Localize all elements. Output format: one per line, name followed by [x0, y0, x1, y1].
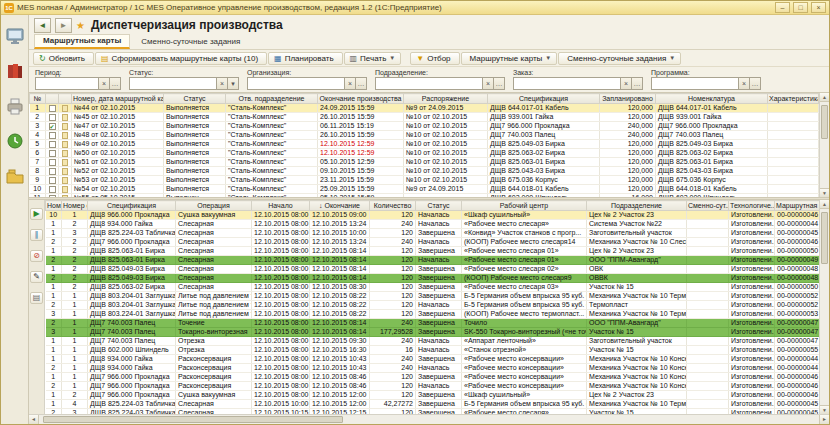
filter-input[interactable] — [35, 77, 99, 90]
start-operation-button[interactable]: ▶ — [30, 208, 43, 220]
operation-row[interactable]: 1 3 ДЩВ 825.224-03 Табличка Слесарная 12… — [46, 229, 830, 238]
close-button[interactable]: × — [811, 2, 826, 13]
operation-row[interactable]: 1 4 ДЩВ 825.224-03 Табличка Слесарная 12… — [46, 400, 830, 409]
row-checkbox[interactable] — [49, 150, 56, 157]
scrollbar-thumb[interactable] — [43, 416, 343, 423]
column-header[interactable]: Спецификация — [88, 201, 176, 211]
column-header[interactable] — [46, 94, 59, 104]
clear-icon[interactable]: × — [621, 77, 632, 90]
operation-row[interactable]: 1 1 ДЩ7 740.003 Палец Отрезка 12.10.2015… — [46, 337, 830, 346]
scroll-up-icon[interactable]: ▲ — [820, 200, 829, 209]
route-card-row[interactable]: 1 №44 от 02.10.2015 Выполняется "Сталь-К… — [30, 104, 819, 113]
column-header[interactable]: Распоряжение — [404, 94, 488, 104]
route-card-row[interactable]: 2 №45 от 02.10.2015 Выполняется "Сталь-К… — [30, 113, 819, 122]
column-header[interactable]: Номер оп... — [62, 201, 88, 211]
operation-row[interactable]: 2 1 ДЩ8 934.000 Гайка Расконсервация 12.… — [46, 364, 830, 373]
route-card-row[interactable]: 9 №53 от 02.10.2015 Выполняется "Сталь-К… — [30, 176, 819, 185]
operation-row[interactable]: 1 1 ДЩВ 803.204-01 Заглушка Литье под да… — [46, 292, 830, 301]
select-icon[interactable]: … — [110, 77, 121, 90]
operation-row[interactable]: 2 2 ДЩВ 825.063-01 Бирка Слесарная 12.10… — [46, 256, 830, 265]
operations-icon[interactable] — [4, 130, 26, 152]
column-header[interactable]: Операция — [176, 201, 252, 211]
column-header[interactable]: Рабочий центр — [462, 201, 587, 211]
scrollbar-thumb[interactable] — [821, 212, 828, 264]
route-card-row[interactable]: 5 №49 от 02.10.2015 Выполняется "Сталь-К… — [30, 140, 819, 149]
filter-input[interactable] — [651, 77, 739, 90]
operation-row[interactable]: 3 1 ДЩВ 803.224-01 Заглушка Литье под да… — [46, 310, 830, 319]
operation-row[interactable]: 10 1 ДЩ8 966.000 Прокладка Сушка вакуумн… — [46, 211, 830, 220]
clear-icon[interactable]: × — [483, 77, 494, 90]
operation-row[interactable]: 2 1 ДЩВ 803.204-01 Заглушка Литье под да… — [46, 301, 830, 310]
operation-row[interactable]: 1 1 ДЩ7 966.000 Прокладка Расконсервация… — [46, 373, 830, 382]
column-header[interactable]: Номер, дата маршрутной кар... — [72, 94, 164, 104]
filter-input[interactable] — [247, 77, 345, 90]
select-icon[interactable]: … — [632, 77, 643, 90]
column-header[interactable]: ↓ Окончание — [310, 201, 370, 211]
printer-icon[interactable] — [4, 95, 26, 117]
folder-icon[interactable] — [4, 165, 26, 187]
column-header[interactable]: Характеристика — [768, 94, 819, 104]
scroll-down-icon[interactable]: ▼ — [820, 405, 829, 414]
tab[interactable]: Сменно-суточные задания — [132, 35, 249, 49]
scroll-down-icon[interactable]: ▼ — [820, 188, 829, 197]
filter-input[interactable] — [375, 77, 483, 90]
stop-operation-button[interactable]: ⊘ — [30, 250, 43, 262]
workstation-icon[interactable] — [4, 25, 26, 47]
toolbar-button[interactable]: ▥ Печать ▼ — [344, 52, 402, 65]
row-checkbox[interactable] — [49, 186, 56, 193]
tab[interactable]: Маршрутные карты — [34, 34, 130, 49]
favorites-star-icon[interactable]: ★ — [76, 20, 85, 31]
row-checkbox[interactable] — [49, 177, 56, 184]
edit-operation-button[interactable]: ✎ — [30, 271, 43, 283]
documents-icon[interactable] — [4, 60, 26, 82]
select-icon[interactable]: ▾ — [228, 77, 239, 90]
column-header[interactable]: Статус — [416, 201, 462, 211]
scrollbar-thumb[interactable] — [821, 105, 828, 139]
select-icon[interactable]: … — [494, 77, 505, 90]
column-header[interactable]: Окончание производства — [318, 94, 404, 104]
toolbar-button[interactable]: ▼ Отбор — [410, 52, 459, 65]
clear-icon[interactable]: × — [739, 77, 750, 90]
operation-row[interactable]: 1 2 ДЩ7 966.000 Прокладка Сушка вакуумна… — [46, 391, 830, 400]
toolbar-button[interactable]: ▦ Планировать — [268, 52, 342, 65]
scroll-left-icon[interactable]: ◄ — [29, 415, 39, 424]
row-checkbox[interactable] — [49, 105, 56, 112]
operation-row[interactable]: 2 2 ДЩ7 966.000 Прокладка Слесарная 12.1… — [46, 238, 830, 247]
toolbar-button[interactable]: Маршрутные карты ▼ — [461, 52, 558, 65]
row-checkbox[interactable] — [49, 159, 56, 166]
operation-row[interactable]: 2 1 ДЩ7 740.003 Палец Точение 12.10.2015… — [46, 319, 830, 328]
column-header[interactable]: Технологиче... — [729, 201, 775, 211]
route-card-row[interactable]: 11 №55 от 05.10.2015 Выполнен "Сталь-Ком… — [30, 194, 819, 198]
toolbar-button[interactable]: ↻ Обновить — [33, 52, 94, 65]
route-card-row[interactable]: 10 №54 от 02.10.2015 Выполняется "Сталь-… — [30, 185, 819, 194]
operation-row[interactable]: 1 2 ДЩВ 825.049-03 Бирка Слесарная 12.10… — [46, 265, 830, 274]
filter-input[interactable] — [129, 77, 217, 90]
column-header[interactable]: Количество — [370, 201, 416, 211]
operation-row[interactable]: 3 1 ДЩ7 740.003 Палец Токарно-винторезна… — [46, 328, 830, 337]
toolbar-button[interactable]: Сменно-суточные задания ▼ — [558, 52, 681, 65]
route-card-row[interactable]: 6 №50 от 02.10.2015 Выполняется "Сталь-К… — [30, 149, 819, 158]
open-card-button[interactable]: ▤ — [30, 292, 43, 304]
route-card-row[interactable]: 8 №52 от 02.10.2015 Выполняется "Сталь-К… — [30, 167, 819, 176]
scroll-up-icon[interactable]: ▲ — [820, 93, 829, 102]
row-checkbox[interactable] — [49, 114, 56, 121]
row-checkbox[interactable] — [49, 141, 56, 148]
column-header[interactable]: Сменно-сут... — [687, 201, 729, 211]
column-header[interactable]: Номенклатура — [656, 94, 768, 104]
operation-row[interactable]: 2 1 ДЩ7 966.000 Прокладка Расконсервация… — [46, 382, 830, 391]
operation-row[interactable]: 1 2 ДЩ8 934.000 Гайка Слесарная 12.10.20… — [46, 220, 830, 229]
operation-row[interactable]: 1 2 ДЩВ 825.063-02 Бирка Слесарная 12.10… — [46, 283, 830, 292]
operation-row[interactable]: 1 1 ДЩ8 934.000 Гайка Расконсервация 12.… — [46, 355, 830, 364]
route-card-row[interactable]: 7 №51 от 02.10.2015 Выполняется "Сталь-К… — [30, 158, 819, 167]
row-checkbox[interactable] — [49, 195, 56, 197]
forward-button[interactable]: ► — [55, 18, 72, 33]
operation-row[interactable]: 1 1 ДЩВ 602.000 Шпиндель Отрезка 12.10.2… — [46, 346, 830, 355]
select-icon[interactable]: … — [750, 77, 761, 90]
clear-icon[interactable]: × — [345, 77, 356, 90]
column-header[interactable]: Начало — [252, 201, 310, 211]
maximize-button[interactable]: □ — [793, 2, 808, 13]
row-checkbox[interactable]: ✔ — [49, 123, 56, 130]
column-header[interactable]: Статус — [164, 94, 226, 104]
operation-row[interactable]: 2 2 ДЩВ 825.049-03 Бирка Слесарная 12.10… — [46, 274, 830, 283]
scroll-right-icon[interactable]: ► — [819, 415, 829, 424]
